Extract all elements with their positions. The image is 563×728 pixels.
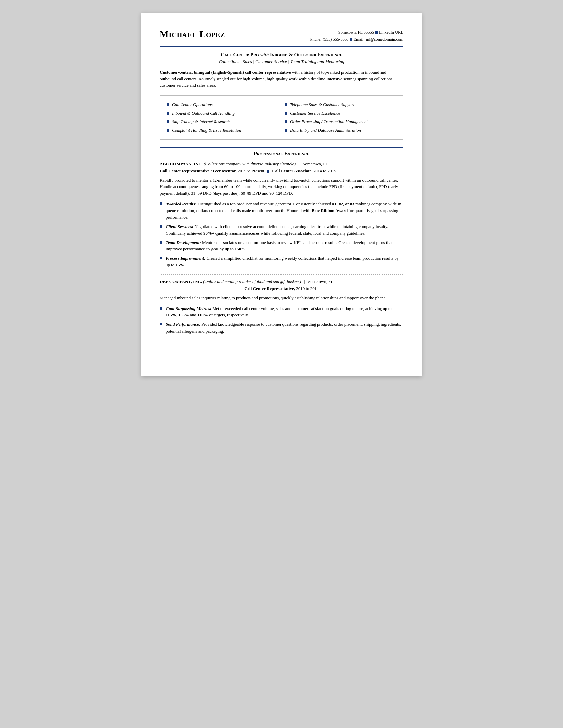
linkedin-text: LinkedIn URL [379,29,403,36]
header-section: Michael Lopez Sometown, FL 55555 LinkedI… [160,29,403,43]
skill-bullet-icon [285,120,287,123]
section-title-experience: Professional Experience [160,151,403,157]
dot-icon [375,31,378,34]
section-divider-experience [160,147,403,148]
skill-bullet-icon [285,129,287,132]
bullet-icon [160,241,162,244]
company-header-2: DEF COMPANY, INC. (Online and catalog re… [160,279,403,284]
bullet-icon [160,323,162,325]
bullet-item-2-1: Goal-Surpassing Metrics: Met or exceeded… [160,305,403,318]
bullet-text: Process Improvement: Created a simplifie… [166,255,403,268]
bullet-text: Goal-Surpassing Metrics: Met or exceeded… [166,305,403,318]
bullet-icon [160,225,162,228]
inline-dot-icon [267,170,269,173]
name-block: Michael Lopez [160,29,225,40]
skill-label: Inbound & Outbound Call Handling [172,110,235,117]
city-text: Sometown, FL 55555 [338,29,374,36]
skill-item-7: Complaint Handling & Issue Resolution [167,127,278,134]
full-name: Michael Lopez [160,29,225,40]
contact-block: Sometown, FL 55555 LinkedIn URL Phone: (… [310,29,403,43]
skills-box: Call Center Operations Telephone Sales &… [160,95,403,140]
job-description-1: Rapidly promoted to mentor a 12-member t… [160,177,403,197]
email-label: Email: [353,36,364,43]
company-separator [160,274,403,275]
bullet-item-1-1: Awarded Results: Distinguished as a top … [160,201,403,220]
contact-line-2: Phone: (555) 555-5555 Email: ml@somedoma… [310,36,403,43]
phone-label: Phone: [310,36,322,43]
skill-bullet-icon [285,103,287,106]
skill-item-6: Order Processing / Transaction Managemen… [285,118,396,125]
bullet-icon [160,307,162,310]
job-description-2: Managed inbound sales inquiries relating… [160,295,403,301]
skill-bullet-icon [167,112,169,115]
skill-item-1: Call Center Operations [167,101,278,108]
skill-label: Complaint Handling & Issue Resolution [172,127,241,134]
skill-bullet-icon [285,112,287,115]
title-italic-connector: with [260,52,269,57]
pipe-sep-2: | [304,279,305,284]
company-name-2: DEF COMPANY, INC. [160,279,202,284]
bullet-list-1: Awarded Results: Distinguished as a top … [160,201,403,268]
job-title-line-2: Call Center Representative, 2010 to 2014 [160,285,403,292]
company-block-1: ABC COMPANY, INC. (Collections company w… [160,161,403,268]
title-line: Call Center Pro with Inbound & Outbound … [160,52,403,58]
title-main: Call Center Pro with Inbound & Outbound … [221,52,342,57]
skill-label: Telephone Sales & Customer Support [290,101,354,108]
job-title-line-1: Call Center Representative / Peer Mentor… [160,168,403,174]
bullet-icon [160,257,162,259]
skill-item-5: Skip Tracing & Internet Research [167,118,278,125]
bullet-icon [160,202,162,205]
bullet-item-1-4: Process Improvement: Created a simplifie… [160,255,403,268]
header-divider [160,46,403,47]
summary-text: Customer-centric, bilingual (English-Spa… [160,69,403,89]
skill-bullet-icon [167,129,169,132]
bullet-item-1-2: Client Services: Negotiated with clients… [160,223,403,237]
skill-label: Customer Service Excellence [290,110,340,117]
company-location-2: Sometown, FL [308,279,333,284]
skill-item-2: Telephone Sales & Customer Support [285,101,396,108]
company-desc-1: (Collections company with diverse-indust… [204,161,296,166]
email-value: ml@somedomain.com [366,36,403,43]
job-title-1b: Call Center Associate, [272,168,312,173]
company-desc-2: (Online and catalog retailer of food and… [203,279,301,284]
skill-bullet-icon [167,103,169,106]
summary-bold: Customer-centric, bilingual (English-Spa… [160,70,291,75]
contact-line-1: Sometown, FL 55555 LinkedIn URL [310,29,403,36]
bullet-item-2-2: Solid Performance: Provided knowledgeabl… [160,321,403,334]
bullet-item-1-3: Team Development: Mentored associates on… [160,239,403,252]
skill-item-8: Data Entry and Database Administration [285,127,396,134]
skill-label: Data Entry and Database Administration [290,127,361,134]
skill-item-4: Customer Service Excellence [285,110,396,117]
company-header-1: ABC COMPANY, INC. (Collections company w… [160,161,403,167]
title-bold-rest: Inbound & Outbound Experience [270,52,342,57]
resume-page: Michael Lopez Sometown, FL 55555 LinkedI… [141,13,422,376]
subtitle-line: Collections | Sales | Customer Service |… [160,59,403,64]
pipe-sep: | [299,161,300,166]
bullet-list-2: Goal-Surpassing Metrics: Met or exceeded… [160,305,403,335]
bullet-text: Solid Performance: Provided knowledgeabl… [166,321,403,334]
company-location-1: Sometown, FL [303,161,328,166]
job-title-1a: Call Center Representative / Peer Mentor… [160,168,237,173]
dot-icon-2 [350,38,352,41]
company-block-2: DEF COMPANY, INC. (Online and catalog re… [160,279,403,334]
skill-bullet-icon [167,120,169,123]
bullet-text: Team Development: Mentored associates on… [166,239,403,252]
skill-label: Call Center Operations [172,101,213,108]
skill-item-3: Inbound & Outbound Call Handling [167,110,278,117]
bullet-text: Awarded Results: Distinguished as a top … [166,201,403,220]
skill-label: Skip Tracing & Internet Research [172,118,230,125]
phone-value: (555) 555-5555 [323,36,348,43]
job-title-2a: Call Center Representative, [244,286,295,291]
company-name-1: ABC COMPANY, INC. [160,161,203,166]
bullet-text: Client Services: Negotiated with clients… [166,223,403,237]
skill-label: Order Processing / Transaction Managemen… [290,118,368,125]
